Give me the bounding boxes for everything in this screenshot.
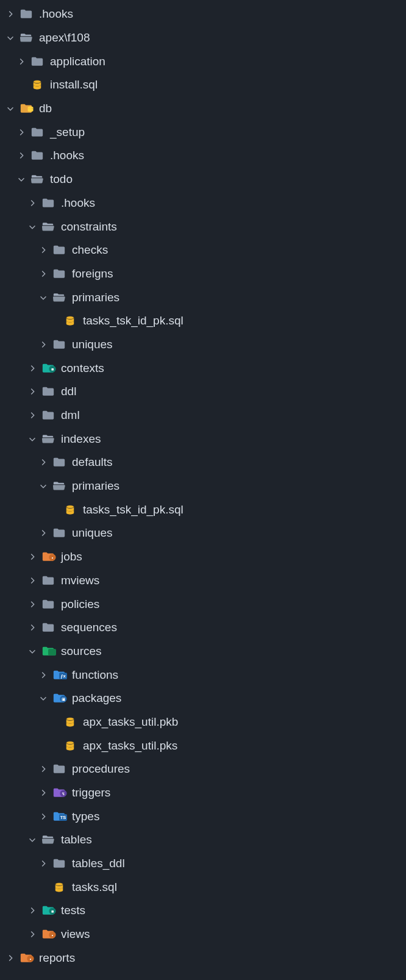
tree-item[interactable]: db — [0, 97, 406, 121]
folder-icon — [52, 762, 66, 776]
tree-item-label: primaries — [72, 479, 119, 493]
tree-item-label: sources — [61, 645, 102, 658]
tree-item[interactable]: sequences — [0, 616, 406, 640]
tree-item[interactable]: foreigns — [0, 262, 406, 286]
tree-item[interactable]: tasks.sql — [0, 875, 406, 899]
chevron-right-icon[interactable] — [38, 764, 49, 774]
tree-item[interactable]: ƒx functions — [0, 663, 406, 687]
folder-icon — [41, 621, 55, 634]
chevron-right-icon[interactable] — [38, 858, 49, 869]
chevron-down-icon[interactable] — [5, 103, 16, 114]
tree-item[interactable]: procedures — [0, 757, 406, 781]
chevron-right-icon[interactable] — [38, 457, 49, 468]
chevron-right-icon[interactable] — [38, 268, 49, 279]
tree-item[interactable]: defaults — [0, 451, 406, 474]
chevron-right-icon[interactable] — [38, 339, 49, 350]
tree-item[interactable]: apex\f108 — [0, 26, 406, 50]
tree-item[interactable]: .hooks — [0, 191, 406, 215]
tree-item[interactable]: • jobs — [0, 545, 406, 569]
tree-item[interactable]: tasks_tsk_id_pk.sql — [0, 498, 406, 521]
chevron-down-icon[interactable] — [38, 693, 49, 704]
chevron-down-icon[interactable] — [27, 834, 38, 845]
tree-item[interactable]: • reports — [0, 946, 406, 970]
chevron-right-icon[interactable] — [38, 245, 49, 256]
chevron-right-icon[interactable] — [27, 599, 38, 610]
folder-open-icon — [41, 220, 55, 234]
tree-item-label: apx_tasks_util.pks — [83, 739, 177, 753]
chevron-right-icon[interactable] — [38, 670, 49, 681]
tree-item[interactable]: ■ contexts — [0, 356, 406, 380]
chevron-right-icon[interactable] — [27, 198, 38, 209]
folder-icon — [41, 385, 55, 398]
tree-item-label: apex\f108 — [39, 31, 90, 45]
tree-item[interactable]: ddl — [0, 380, 406, 404]
chevron-right-icon[interactable] — [27, 905, 38, 916]
chevron-right-icon[interactable] — [27, 410, 38, 421]
tree-item-label: tests — [61, 904, 85, 917]
tree-item-label: tasks.sql — [72, 881, 117, 894]
tree-item[interactable]: application — [0, 49, 406, 73]
chevron-right-icon[interactable] — [16, 127, 27, 138]
tree-item[interactable]: primaries — [0, 285, 406, 309]
chevron-down-icon[interactable] — [27, 646, 38, 657]
tree-item[interactable]: primaries — [0, 474, 406, 498]
chevron-right-icon[interactable] — [27, 363, 38, 374]
chevron-right-icon[interactable] — [16, 56, 27, 67]
tree-item[interactable]: tables_ddl — [0, 852, 406, 876]
tree-item[interactable]: uniques — [0, 333, 406, 357]
db-file-icon — [63, 715, 77, 729]
tree-item[interactable]: dml — [0, 404, 406, 427]
chevron-down-icon[interactable] — [38, 481, 49, 492]
chevron-right-icon[interactable] — [5, 9, 16, 20]
chevron-down-icon[interactable] — [27, 221, 38, 232]
tree-item-label: types — [72, 810, 99, 823]
tree-item-label: constraints — [61, 220, 117, 234]
tree-item[interactable]: _setup — [0, 120, 406, 144]
tree-item[interactable]: TS types — [0, 804, 406, 828]
chevron-right-icon[interactable] — [38, 528, 49, 538]
chevron-right-icon[interactable] — [27, 551, 38, 562]
tree-item-label: checks — [72, 243, 108, 257]
tree-item[interactable]: checks — [0, 238, 406, 262]
folder-purple-icon: ↯ — [52, 786, 66, 799]
tree-item[interactable]: apx_tasks_util.pkb — [0, 710, 406, 734]
tree-item[interactable]: apx_tasks_util.pks — [0, 734, 406, 757]
tree-item[interactable]: tasks_tsk_id_pk.sql — [0, 309, 406, 333]
tree-item[interactable]: policies — [0, 592, 406, 616]
tree-item[interactable]: .hooks — [0, 2, 406, 26]
chevron-right-icon[interactable] — [27, 575, 38, 586]
tree-item[interactable]: ■ tests — [0, 899, 406, 923]
db-file-icon — [63, 739, 77, 753]
chevron-down-icon[interactable] — [27, 434, 38, 445]
tree-item[interactable]: ↯ triggers — [0, 781, 406, 805]
chevron-right-icon[interactable] — [27, 929, 38, 940]
chevron-down-icon[interactable] — [38, 292, 49, 303]
folder-blue-fx-icon: ƒx — [52, 668, 66, 682]
tree-item[interactable]: • views — [0, 923, 406, 946]
chevron-right-icon[interactable] — [16, 150, 27, 161]
tree-item[interactable]: constraints — [0, 215, 406, 238]
chevron-right-icon[interactable] — [27, 622, 38, 633]
tree-item[interactable]: install.sql — [0, 73, 406, 97]
tree-item[interactable]: tables — [0, 828, 406, 852]
tree-item[interactable]: uniques — [0, 521, 406, 545]
tree-item[interactable]: ▣ packages — [0, 687, 406, 710]
folder-icon — [52, 857, 66, 870]
svg-point-2 — [28, 107, 34, 109]
tree-item-label: dml — [61, 409, 80, 422]
tree-item-label: uniques — [72, 338, 113, 351]
folder-icon — [52, 456, 66, 469]
chevron-down-icon[interactable] — [5, 32, 16, 43]
chevron-down-icon[interactable] — [16, 174, 27, 185]
tree-item[interactable]: todo — [0, 168, 406, 191]
chevron-right-icon[interactable] — [27, 386, 38, 397]
chevron-right-icon[interactable] — [5, 953, 16, 964]
tree-item-label: mviews — [61, 574, 99, 587]
chevron-right-icon[interactable] — [38, 811, 49, 822]
tree-item[interactable]: indexes — [0, 427, 406, 451]
tree-item[interactable]: sources — [0, 640, 406, 663]
chevron-right-icon[interactable] — [38, 787, 49, 798]
tree-item[interactable]: mviews — [0, 569, 406, 593]
tree-item[interactable]: .hooks — [0, 144, 406, 168]
tree-item-label: triggers — [72, 786, 110, 799]
